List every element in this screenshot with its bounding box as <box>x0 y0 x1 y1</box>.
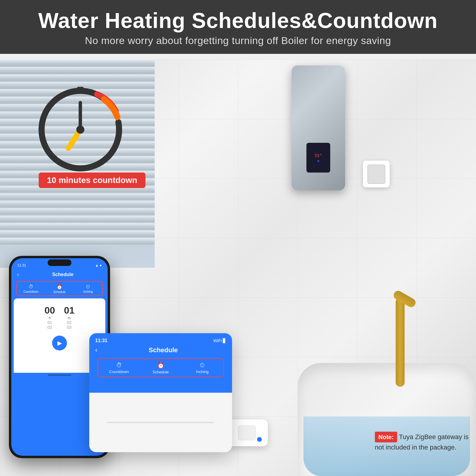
play-button[interactable]: ▶ <box>52 336 67 350</box>
phone-tab-row: ⏱ Countdown ⏰ Schedule ⏲ Inching <box>16 281 103 296</box>
boiler-display-text: 55° <box>314 153 322 158</box>
boiler-display: 55° ● <box>306 143 330 173</box>
blind-slat <box>0 208 155 215</box>
hours-sub1: 01 <box>44 320 55 325</box>
page-subtitle: No more worry about forgetting turning o… <box>12 35 464 46</box>
minutes-unit: m <box>64 316 75 320</box>
app-card: 11:31 WiFi ▊ ‹ Schedule ⏱ Countdown ⏰ Sc… <box>89 333 232 452</box>
inching-tab-icon: ⏲ <box>75 284 101 289</box>
phone-screen-title: Schedule <box>21 272 104 277</box>
page-title: Water Heating Schedules&Countdown <box>12 9 464 32</box>
boiler-display-icon: ● <box>317 159 319 162</box>
phone-signal: ▲ ● <box>95 263 102 267</box>
note-area: Note:Tuya ZigBee gateway is not included… <box>375 432 470 452</box>
app-card-tab-countdown[interactable]: ⏱ Countdown <box>98 359 140 377</box>
phone-tab-inching[interactable]: ⏲ Inching <box>74 282 102 295</box>
app-card-title-row: ‹ Schedule <box>95 346 226 354</box>
phone-back-button[interactable]: ‹ <box>15 271 21 278</box>
phone-tab-countdown[interactable]: ⏱ Countdown <box>17 282 45 295</box>
app-card-countdown-icon: ⏱ <box>100 362 138 369</box>
header: Water Heating Schedules&Countdown No mor… <box>0 0 476 54</box>
phone-time-picker: 00 h 01 02 01 m 02 03 <box>18 305 101 330</box>
phone-tab-inching-label: Inching <box>83 290 93 293</box>
phone-tab-schedule[interactable]: ⏰ Schedule <box>45 282 74 295</box>
bathtub <box>298 363 476 476</box>
app-card-tab-countdown-label: Countdown <box>109 369 129 374</box>
background-scene: 10 minutes countdown 55° ● <box>0 60 476 476</box>
phone-nav: ‹ Schedule <box>11 270 108 279</box>
blind-slat <box>0 231 155 237</box>
blind-slat <box>0 223 155 230</box>
minutes-sub2: 03 <box>64 325 75 330</box>
blind-slat <box>0 201 155 207</box>
app-card-time: 11:31 <box>95 338 107 343</box>
hours-unit: h <box>44 316 55 320</box>
app-card-tabs: ⏱ Countdown ⏰ Schedule ⏲ Inching <box>98 358 224 377</box>
app-card-body <box>89 393 232 452</box>
app-card-inching-icon: ⏲ <box>183 362 221 369</box>
app-card-tab-inching-label: Inching <box>196 369 209 374</box>
phone-notch <box>48 259 71 266</box>
app-card-back-button[interactable]: ‹ <box>95 346 97 354</box>
boiler: 55° ● <box>292 65 345 190</box>
note-label: Note: <box>375 432 397 442</box>
light-switch <box>363 161 390 187</box>
countdown-tab-icon: ⏱ <box>18 284 44 289</box>
blind-slat <box>0 216 155 222</box>
timer-illustration <box>30 77 131 178</box>
gateway-body <box>238 425 256 440</box>
schedule-tab-icon: ⏰ <box>46 284 73 290</box>
faucet-pipe <box>396 298 405 387</box>
minutes-value: 01 <box>64 305 75 316</box>
app-card-schedule-icon: ⏰ <box>142 362 180 369</box>
svg-point-3 <box>76 126 84 134</box>
app-card-title: Schedule <box>100 346 226 354</box>
app-card-header: 11:31 WiFi ▊ ‹ Schedule ⏱ Countdown ⏰ Sc… <box>89 333 232 393</box>
hours-sub2: 02 <box>44 325 55 330</box>
phone-time: 11:31 <box>17 263 26 267</box>
blind-slat <box>0 193 155 200</box>
app-card-status-bar: 11:31 WiFi ▊ <box>95 338 226 343</box>
blind-slat <box>0 60 155 66</box>
home-indicator <box>48 375 71 376</box>
switch-button[interactable] <box>367 165 385 184</box>
phone-tab-schedule-label: Schedule <box>53 290 66 294</box>
app-card-signal: WiFi ▊ <box>213 338 226 343</box>
hours-picker[interactable]: 00 h 01 02 <box>44 305 55 330</box>
blind-slat <box>0 238 155 245</box>
app-card-tab-schedule-label: Schedule <box>153 370 169 374</box>
minutes-sub1: 02 <box>64 320 75 325</box>
phone-tab-countdown-label: Countdown <box>24 290 39 293</box>
app-card-tab-schedule[interactable]: ⏰ Schedule <box>140 359 181 377</box>
blind-slat <box>0 67 155 73</box>
app-card-tab-inching[interactable]: ⏲ Inching <box>181 359 223 377</box>
gateway-led <box>257 437 262 442</box>
svg-rect-4 <box>77 87 84 92</box>
zigbee-gateway <box>226 419 268 446</box>
minutes-picker[interactable]: 01 m 02 03 <box>64 305 75 330</box>
play-icon: ▶ <box>57 339 62 347</box>
app-card-divider <box>107 422 214 423</box>
hours-value: 00 <box>44 305 55 316</box>
